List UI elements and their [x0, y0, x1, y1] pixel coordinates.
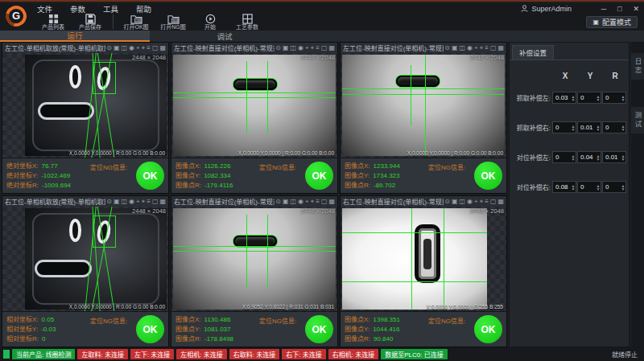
product-save-button[interactable]: 产品保存 — [72, 14, 108, 31]
tab-run[interactable]: 运行 — [0, 31, 150, 42]
menu-tools[interactable]: 工具 — [103, 3, 118, 14]
spinner-down-icon[interactable]: ▼ — [597, 187, 601, 191]
fit-window-icon[interactable]: ▣ — [283, 44, 289, 52]
spinner-down-icon[interactable]: ▼ — [572, 98, 576, 101]
eye-icon[interactable]: ◉ — [467, 198, 473, 206]
grid-overlay-icon[interactable]: ▦ — [159, 198, 166, 206]
camera-image-viewport[interactable]: 2448 × 2048 — [171, 207, 337, 311]
close-button[interactable]: ✕ — [633, 5, 639, 13]
compensation-y-input[interactable] — [578, 152, 596, 162]
compensation-r-input[interactable] — [603, 122, 621, 133]
spinner-down-icon[interactable]: ▼ — [621, 187, 625, 191]
spinner-down-icon[interactable]: ▼ — [621, 98, 625, 101]
zoom-icon[interactable]: ⊙ — [106, 198, 112, 206]
camera-image-viewport[interactable]: 2448 × 2048 — [2, 207, 168, 311]
fullscreen-icon[interactable]: ▢ — [490, 44, 497, 52]
fullscreen-icon[interactable]: ▢ — [490, 198, 497, 206]
camera-image-viewport[interactable]: 2448 × 2048 — [341, 53, 506, 158]
grid-overlay-icon[interactable]: ▦ — [159, 44, 166, 52]
fit-window-icon[interactable]: ▣ — [114, 198, 120, 206]
zoom-icon[interactable]: ⊙ — [275, 44, 281, 52]
grid-overlay-icon[interactable]: ▦ — [497, 44, 504, 52]
compensation-panel-tab[interactable]: 补偿设置 — [512, 45, 554, 59]
spinner-down-icon[interactable]: ▼ — [597, 158, 601, 161]
menu-file[interactable]: 文件 — [37, 3, 52, 14]
crosshair-icon[interactable]: ⌖ — [142, 198, 146, 206]
eye-icon[interactable]: ◉ — [298, 44, 303, 52]
camera-image-viewport[interactable]: 2448 × 2048 — [341, 207, 506, 311]
spinner-down-icon[interactable]: ▼ — [597, 128, 601, 131]
config-mode-button[interactable]: ▣ 配置模式 — [586, 16, 638, 28]
spinner-down-icon[interactable]: ▼ — [597, 98, 601, 101]
crosshair-icon[interactable]: ⌖ — [480, 44, 484, 52]
pan-icon[interactable]: + — [136, 198, 140, 206]
compensation-y-input[interactable] — [578, 182, 596, 192]
spinner-down-icon[interactable]: ▼ — [621, 158, 625, 161]
zoom-icon[interactable]: ⊙ — [106, 44, 112, 52]
fullscreen-icon[interactable]: ▢ — [321, 44, 328, 52]
pan-icon[interactable]: + — [305, 198, 309, 206]
spinner-down-icon[interactable]: ▼ — [572, 128, 576, 131]
compensation-y-input[interactable] — [578, 122, 596, 133]
eye-icon[interactable]: ◉ — [298, 198, 303, 206]
crosshair-icon[interactable]: ⌖ — [311, 44, 315, 52]
actual-size-icon[interactable]: ◫ — [459, 198, 465, 206]
pan-icon[interactable]: + — [136, 44, 140, 52]
compensation-x-input[interactable] — [553, 182, 571, 192]
spinner-down-icon[interactable]: ▼ — [572, 158, 576, 161]
fit-window-icon[interactable]: ▣ — [452, 44, 458, 52]
list-icon[interactable]: ≡ — [316, 44, 320, 52]
crosshair-icon[interactable]: ⌖ — [142, 44, 146, 52]
compensation-r-input[interactable] — [603, 92, 621, 103]
fit-window-icon[interactable]: ▣ — [114, 44, 120, 52]
compensation-r-input[interactable] — [603, 152, 621, 162]
fullscreen-icon[interactable]: ▢ — [152, 44, 159, 52]
eye-icon[interactable]: ◉ — [467, 44, 473, 52]
list-icon[interactable]: ≡ — [147, 198, 151, 206]
actual-size-icon[interactable]: ◫ — [459, 44, 465, 52]
list-icon[interactable]: ≡ — [485, 44, 489, 52]
compensation-x-input[interactable] — [553, 152, 571, 162]
pan-icon[interactable]: + — [474, 198, 478, 206]
minimize-button[interactable]: ─ — [601, 5, 606, 13]
compensation-x-input[interactable] — [553, 122, 571, 133]
start-button[interactable]: 开始 — [192, 14, 228, 31]
grid-overlay-icon[interactable]: ▦ — [328, 44, 335, 52]
camera-image-viewport[interactable]: 2448 × 2048 — [171, 53, 337, 158]
user-account[interactable]: SuperAdmin — [521, 3, 572, 14]
list-icon[interactable]: ≡ — [147, 44, 151, 52]
eye-icon[interactable]: ◉ — [129, 44, 134, 52]
actual-size-icon[interactable]: ◫ — [121, 198, 127, 206]
list-icon[interactable]: ≡ — [316, 198, 320, 206]
list-icon[interactable]: ≡ — [485, 198, 489, 206]
actual-size-icon[interactable]: ◫ — [290, 198, 296, 206]
eye-icon[interactable]: ◉ — [129, 198, 134, 206]
grid-overlay-icon[interactable]: ▦ — [328, 198, 335, 206]
fullscreen-icon[interactable]: ▢ — [152, 198, 159, 206]
camera-image-viewport[interactable]: 2448 × 2048 — [2, 53, 168, 158]
spinner-down-icon[interactable]: ▼ — [621, 128, 625, 131]
side-tab-log[interactable]: 日志 — [631, 53, 644, 80]
open-ok-image-button[interactable]: OK 打开OK图 — [118, 14, 154, 31]
pan-icon[interactable]: + — [474, 44, 478, 52]
compensation-y-input[interactable] — [578, 92, 596, 103]
actual-size-icon[interactable]: ◫ — [121, 44, 127, 52]
zoom-icon[interactable]: ⊙ — [444, 44, 450, 52]
actual-size-icon[interactable]: ◫ — [290, 44, 296, 52]
tab-debug[interactable]: 调试 — [150, 31, 299, 42]
open-ng-image-button[interactable]: NG 打开NG图 — [155, 14, 191, 31]
process-parameters-button[interactable]: 工艺参数 — [229, 14, 265, 31]
fit-window-icon[interactable]: ▣ — [283, 198, 289, 206]
menu-parameters[interactable]: 参数 — [70, 3, 85, 14]
spinner-down-icon[interactable]: ▼ — [572, 187, 576, 191]
grid-overlay-icon[interactable]: ▦ — [497, 198, 504, 206]
pan-icon[interactable]: + — [305, 44, 309, 52]
maximize-button[interactable]: □ — [617, 5, 621, 13]
side-tab-test[interactable]: 测试 — [631, 107, 644, 133]
compensation-x-input[interactable] — [553, 92, 571, 103]
zoom-icon[interactable]: ⊙ — [275, 198, 281, 206]
menu-help[interactable]: 帮助 — [136, 3, 151, 14]
fullscreen-icon[interactable]: ▢ — [321, 198, 328, 206]
crosshair-icon[interactable]: ⌖ — [311, 198, 315, 206]
fit-window-icon[interactable]: ▣ — [452, 198, 458, 206]
